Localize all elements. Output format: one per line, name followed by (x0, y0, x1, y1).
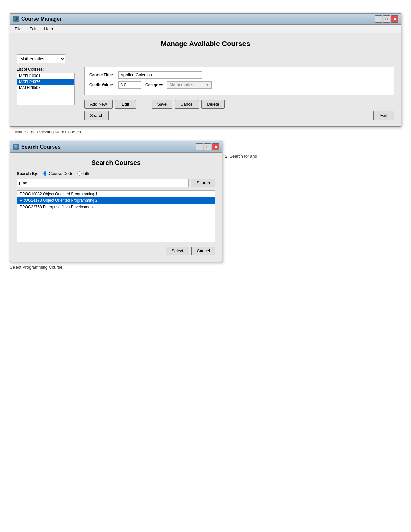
main-heading: Manage Available Courses (17, 40, 394, 48)
menu-bar: File Edit Help (10, 25, 401, 33)
edit-button[interactable]: Edit (115, 100, 136, 109)
search-bottom-buttons: Select Cancel (17, 247, 215, 255)
search-title-left: 🔍 Search Courses (13, 144, 61, 150)
right-panel: Course Title: Credit Value: Category: Ma… (84, 67, 394, 120)
category-row: Mathematics Programming Science Arts (17, 54, 394, 63)
delete-button[interactable]: Delete (201, 100, 225, 109)
search-button[interactable]: Search (84, 111, 109, 120)
course-manager-window: 🎓 Course Manager ─ □ ✕ File Edit Help Ma… (10, 13, 401, 127)
search-courses-window: 🔍 Search Courses ─ □ ✕ Search Courses Se… (10, 141, 222, 262)
select-button[interactable]: Select (166, 247, 189, 255)
category-display: Mathematics ▼ (167, 81, 212, 89)
menu-file[interactable]: File (13, 26, 24, 32)
course-title-row: Course Title: (89, 71, 389, 79)
add-new-button[interactable]: Add New (84, 100, 113, 109)
action-buttons-row2: Search Exit (84, 111, 394, 120)
course-item-0[interactable]: MATH10001 (17, 73, 74, 79)
search-minimize-button[interactable]: ─ (196, 143, 203, 150)
credit-label: Credit Value: (89, 83, 115, 87)
search-heading: Search Courses (17, 159, 215, 167)
save-button[interactable]: Save (152, 100, 172, 109)
search-title-bar: 🔍 Search Courses ─ □ ✕ (10, 141, 222, 153)
search-result-2[interactable]: PROG32758 Enterprise Java Development (17, 204, 215, 210)
exit-button[interactable]: Exit (373, 111, 394, 120)
search-app-icon: 🔍 (13, 144, 19, 150)
search-window-section: 🔍 Search Courses ─ □ ✕ Search Courses Se… (10, 141, 401, 262)
course-item-2[interactable]: MATH26507 (17, 85, 74, 91)
search-close-button[interactable]: ✕ (212, 143, 219, 150)
course-list[interactable]: MATH10001 MATH24376 MATH26507 (17, 73, 75, 105)
search-input-row: Search (17, 179, 215, 187)
search-execute-button[interactable]: Search (191, 179, 215, 187)
caption-2-bottom: Select Programming Course (10, 265, 401, 270)
radio-group: Course Code Title (43, 171, 91, 176)
minimize-button[interactable]: ─ (375, 15, 382, 23)
menu-edit[interactable]: Edit (27, 26, 38, 32)
search-result-1[interactable]: PROG24178 Object Oriented Programming 2 (17, 197, 215, 204)
radio-course-code-input[interactable] (43, 171, 47, 176)
caption-2-side: 2. Search for and (225, 154, 257, 159)
course-item-1[interactable]: MATH24376 (17, 79, 74, 85)
search-maximize-button[interactable]: □ (204, 143, 211, 150)
radio-title-label: Title (83, 171, 91, 176)
search-results-list[interactable]: PROG10082 Object Oriented Programming 1 … (17, 190, 215, 242)
search-text-field[interactable] (17, 179, 189, 187)
search-by-row: Search By: Course Code Title (17, 171, 215, 176)
main-layout: List of Courses: MATH10001 MATH24376 MAT… (17, 67, 394, 120)
radio-title[interactable]: Title (77, 171, 91, 176)
course-title-input[interactable] (118, 71, 202, 79)
window-title: Course Manager (21, 16, 62, 22)
search-cancel-button[interactable]: Cancel (191, 247, 215, 255)
window-content: Manage Available Courses Mathematics Pro… (10, 33, 401, 126)
title-bar: 🎓 Course Manager ─ □ ✕ (10, 14, 401, 25)
action-buttons-row1: Add New Edit Save Cancel Delete (84, 100, 394, 109)
category-dropdown[interactable]: Mathematics Programming Science Arts (17, 54, 65, 63)
app-icon: 🎓 (13, 16, 19, 22)
search-result-0[interactable]: PROG10082 Object Oriented Programming 1 (17, 191, 215, 197)
maximize-button[interactable]: □ (383, 15, 390, 23)
title-bar-left: 🎓 Course Manager (13, 16, 62, 22)
detail-panel: Course Title: Credit Value: Category: Ma… (84, 67, 394, 95)
search-by-label: Search By: (17, 171, 39, 176)
search-window-content: Search Courses Search By: Course Code Ti… (10, 153, 222, 262)
close-button[interactable]: ✕ (391, 15, 398, 23)
radio-title-input[interactable] (77, 171, 82, 176)
radio-course-code[interactable]: Course Code (43, 171, 73, 176)
menu-help[interactable]: Help (42, 26, 55, 32)
dropdown-arrow-icon: ▼ (206, 83, 209, 87)
credit-value-input[interactable] (118, 81, 141, 89)
cancel-button[interactable]: Cancel (175, 100, 199, 109)
credit-row: Credit Value: Category: Mathematics ▼ (89, 81, 389, 89)
title-bar-controls: ─ □ ✕ (375, 15, 398, 23)
category-label: Category: (144, 83, 163, 87)
radio-course-code-label: Course Code (49, 171, 73, 176)
search-title-controls: ─ □ ✕ (196, 143, 219, 150)
search-window-title: Search Courses (21, 144, 61, 150)
list-label: List of Courses: (17, 67, 78, 72)
category-value: Mathematics (170, 82, 193, 87)
left-panel: List of Courses: MATH10001 MATH24376 MAT… (17, 67, 78, 105)
caption-1: 1. Main Screen Viewing Math Courses (10, 130, 401, 134)
course-title-label: Course Title: (89, 73, 115, 77)
